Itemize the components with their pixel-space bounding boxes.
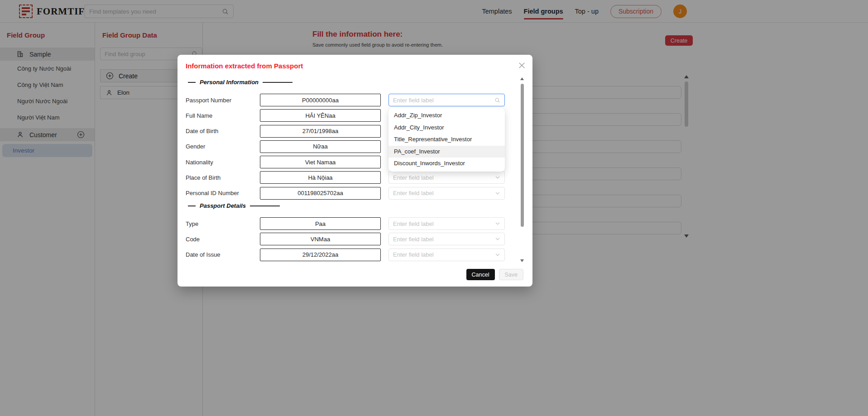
field-label-select[interactable]: Enter field label: [388, 233, 505, 245]
select-placeholder: Enter field label: [393, 220, 495, 227]
field-label-dropdown: Addr_Zip_InvestorAddr_City_InvestorTitle…: [388, 108, 505, 172]
modal-form-row: Type Enter field label: [186, 217, 513, 230]
modal-title: Information extracted from Passport: [186, 62, 303, 70]
chevron-down-icon: [495, 191, 500, 196]
field-value-input[interactable]: [260, 171, 381, 184]
chevron-down-icon: [495, 236, 500, 242]
modal-form-row: Personal ID Number Enter field label: [186, 187, 513, 200]
field-label: Type: [186, 220, 260, 227]
select-placeholder: Enter field label: [393, 97, 494, 104]
field-label: Personal ID Number: [186, 190, 260, 196]
dropdown-option[interactable]: Addr_Zip_Investor: [388, 110, 505, 122]
passport-info-modal: Information extracted from Passport Pers…: [177, 55, 532, 287]
field-label: Date of Birth: [186, 128, 260, 134]
field-label: Nationality: [186, 159, 260, 166]
field-label: Place of Birth: [186, 174, 260, 181]
chevron-down-icon: [495, 221, 500, 226]
modal-footer: Cancel Save: [466, 269, 523, 280]
field-value-input[interactable]: [260, 156, 381, 168]
select-placeholder: Enter field label: [393, 174, 495, 181]
field-value-input[interactable]: [260, 187, 381, 200]
field-value-input[interactable]: [260, 217, 381, 230]
modal-form-row: Passport Number Enter field label: [186, 94, 513, 106]
field-value-input[interactable]: [260, 249, 381, 261]
field-value-input[interactable]: [260, 125, 381, 138]
search-icon: [494, 97, 500, 103]
close-icon[interactable]: [518, 62, 525, 69]
select-placeholder: Enter field label: [393, 190, 495, 196]
modal-scrollbar-thumb[interactable]: [521, 84, 524, 227]
chevron-down-icon: [495, 175, 500, 180]
field-label: Passport Number: [186, 97, 260, 104]
field-label: Full Name: [186, 112, 260, 119]
field-value-input[interactable]: [260, 109, 381, 122]
field-value-input[interactable]: [260, 233, 381, 245]
dropdown-option[interactable]: Discount_Inwords_Investor: [388, 158, 505, 170]
page: FORMTIFY TemplatesField groupsTop - upSu…: [0, 0, 868, 416]
modal-form-row: Date of Issue Enter field label: [186, 249, 513, 261]
select-placeholder: Enter field label: [393, 251, 495, 258]
field-label: Gender: [186, 143, 260, 150]
field-label-select[interactable]: Enter field label: [388, 217, 505, 230]
modal-form-row: Place of Birth Enter field label: [186, 171, 513, 184]
select-placeholder: Enter field label: [393, 236, 495, 243]
cancel-button[interactable]: Cancel: [466, 269, 495, 280]
modal-scroll-down-arrow[interactable]: [520, 259, 524, 262]
field-value-input[interactable]: [260, 94, 381, 106]
section-heading: Personal Information: [200, 79, 259, 86]
field-label-select[interactable]: Enter field label: [388, 94, 505, 106]
dropdown-option[interactable]: PA_coef_Investor: [388, 146, 505, 158]
field-label: Code: [186, 236, 260, 243]
field-label-select[interactable]: Enter field label: [388, 187, 505, 200]
dropdown-option[interactable]: Addr_City_Investor: [388, 122, 505, 134]
field-label: Date of Issue: [186, 251, 260, 258]
field-label-select[interactable]: Enter field label: [388, 249, 505, 261]
save-button[interactable]: Save: [499, 269, 524, 280]
modal-form-row: Code Enter field label: [186, 233, 513, 245]
modal-scroll-up-arrow[interactable]: [520, 77, 524, 80]
chevron-down-icon: [495, 252, 500, 258]
field-label-select[interactable]: Enter field label: [388, 171, 505, 184]
field-value-input[interactable]: [260, 140, 381, 153]
section-heading: Passport Details: [200, 202, 246, 209]
section-divider: Passport Details: [188, 202, 513, 209]
dropdown-option[interactable]: Title_Representative_Investor: [388, 134, 505, 146]
section-divider: Personal Information: [188, 79, 513, 86]
